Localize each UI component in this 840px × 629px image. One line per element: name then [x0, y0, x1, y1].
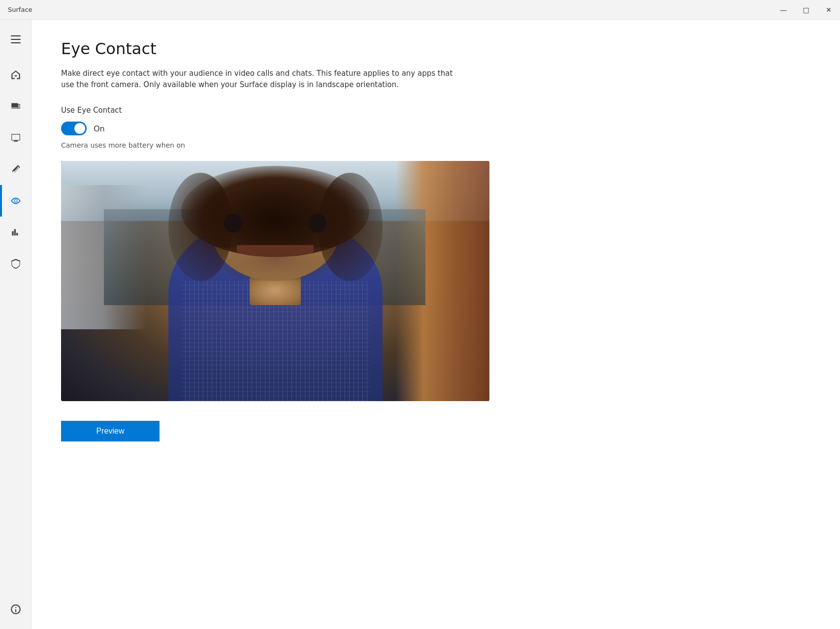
eye-icon — [10, 195, 21, 206]
page-description: Make direct eye contact with your audien… — [61, 68, 465, 90]
stats-icon — [10, 227, 21, 238]
sidebar-item-pen[interactable] — [0, 154, 32, 185]
maximize-button[interactable]: □ — [795, 0, 817, 20]
window-controls: — □ ✕ — [772, 0, 840, 20]
photo-beard — [220, 248, 331, 281]
minimize-icon: — — [780, 6, 787, 14]
content-area: Eye Contact Make direct eye contact with… — [32, 20, 840, 629]
toggle-knob — [74, 123, 85, 134]
sidebar-menu-toggle[interactable] — [0, 24, 32, 55]
close-icon: ✕ — [826, 6, 832, 14]
sidebar-item-stats[interactable] — [0, 217, 32, 248]
app-title: Surface — [8, 6, 32, 13]
home-icon — [10, 69, 21, 80]
pen-icon — [10, 164, 21, 175]
sidebar-item-eye-contact[interactable] — [0, 185, 32, 217]
setting-label: Use Eye Contact — [61, 106, 810, 115]
photo-eye-right — [308, 214, 327, 233]
photo-eyes — [224, 214, 327, 233]
sidebar — [0, 20, 32, 629]
hamburger-icon — [11, 35, 21, 43]
eye-contact-toggle[interactable] — [61, 122, 87, 135]
close-button[interactable]: ✕ — [817, 0, 840, 20]
photo-background — [61, 161, 489, 401]
toggle-state-label: On — [94, 124, 105, 133]
app-window: Surface — □ ✕ — [0, 0, 840, 629]
info-icon — [10, 604, 21, 615]
photo-eye-left — [224, 214, 243, 233]
sidebar-item-home[interactable] — [0, 59, 32, 91]
sidebar-item-security[interactable] — [0, 248, 32, 280]
battery-note: Camera uses more battery when on — [61, 141, 810, 149]
preview-button[interactable]: Preview — [61, 421, 160, 441]
sidebar-item-info[interactable] — [0, 594, 32, 625]
titlebar: Surface — □ ✕ — [0, 0, 840, 20]
devices-icon — [10, 101, 21, 112]
toggle-row: On — [61, 122, 810, 135]
display-icon — [10, 132, 21, 143]
minimize-button[interactable]: — — [772, 0, 795, 20]
page-title: Eye Contact — [61, 39, 810, 58]
sidebar-item-display[interactable] — [0, 122, 32, 154]
maximize-icon: □ — [803, 6, 809, 14]
sidebar-item-devices[interactable] — [0, 91, 32, 122]
shield-icon — [10, 258, 21, 269]
main-content: Eye Contact Make direct eye contact with… — [0, 20, 840, 629]
camera-preview — [61, 161, 489, 401]
